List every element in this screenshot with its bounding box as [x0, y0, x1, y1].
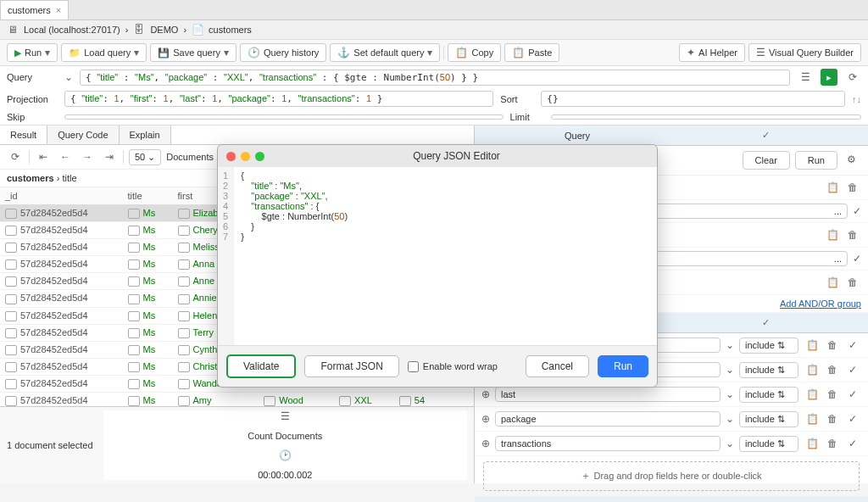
vqb-include-select[interactable]: include ⇅: [739, 387, 798, 403]
vqb-field-input[interactable]: last: [495, 387, 721, 402]
save-query-button[interactable]: 💾Save query▾: [150, 43, 236, 62]
copy-icon[interactable]: 📋: [824, 179, 841, 196]
next-page-icon[interactable]: →: [79, 148, 96, 165]
sort-label: Sort: [500, 94, 534, 104]
table-row[interactable]: 57d28452ed5d4 Ms Amy Wood XXL 54: [0, 393, 474, 406]
skip-input[interactable]: [64, 114, 504, 120]
tab-title: customers: [8, 5, 51, 15]
vqb-query-header[interactable]: Query ✓: [475, 126, 868, 146]
check-icon: ✓: [844, 410, 861, 427]
col-title[interactable]: title: [123, 187, 173, 205]
vqb-include-select[interactable]: include ⇅: [739, 337, 798, 354]
prev-page-icon[interactable]: ←: [57, 148, 74, 165]
result-tabs: Result Query Code Explain: [0, 126, 474, 145]
trash-icon[interactable]: 🗑: [844, 226, 861, 243]
copy-icon[interactable]: 📋: [804, 337, 821, 354]
query-opt2-icon[interactable]: ⟳: [844, 69, 861, 86]
server-icon: 🖥: [7, 24, 19, 36]
count-icon[interactable]: ☰: [281, 410, 290, 422]
vqb-include-select[interactable]: include ⇅: [739, 362, 798, 378]
status-selected: 1 document selected: [7, 440, 93, 450]
copy-icon[interactable]: 📋: [804, 386, 821, 403]
refresh-icon[interactable]: ⟳: [7, 148, 24, 165]
col-id[interactable]: _id: [0, 187, 123, 205]
limit-input[interactable]: [551, 114, 861, 120]
query-runicon-icon[interactable]: ▸: [821, 69, 837, 86]
modal-run-button[interactable]: Run: [598, 355, 648, 377]
enable-word-wrap-checkbox[interactable]: Enable word wrap: [408, 361, 498, 372]
vqb-include-select[interactable]: include ⇅: [739, 411, 798, 427]
count-documents[interactable]: Count Documents: [248, 431, 322, 441]
status-time: 00:00:00.002: [258, 470, 312, 480]
trash-icon[interactable]: 🗑: [824, 435, 841, 452]
vqb-dropzone[interactable]: ＋ Drag and drop fields here or double-cl…: [483, 461, 860, 491]
breadcrumb-conn[interactable]: Local (localhost:27017): [24, 25, 120, 35]
chevron-down-icon[interactable]: ⌄: [64, 71, 73, 83]
last-page-icon[interactable]: ⇥: [101, 148, 118, 165]
visual-query-builder-button[interactable]: ☰Visual Query Builder: [748, 43, 861, 62]
vqb-field-input[interactable]: transactions: [495, 436, 721, 451]
window-max-icon[interactable]: [255, 152, 264, 161]
check-icon: ✓: [853, 205, 861, 217]
tab-customers[interactable]: customers ×: [0, 0, 69, 20]
trash-icon[interactable]: 🗑: [824, 410, 841, 427]
vqb-run-button[interactable]: Run: [795, 151, 837, 170]
load-query-button[interactable]: 📁Load query▾: [61, 43, 147, 62]
query-opt1-icon[interactable]: ☰: [797, 69, 814, 86]
copy-icon[interactable]: 📋: [804, 361, 821, 378]
database-icon: 🗄: [133, 24, 145, 36]
copy-icon[interactable]: 📋: [824, 226, 841, 243]
sort-arrows-icon[interactable]: ↑↓: [852, 94, 861, 104]
window-min-icon[interactable]: [241, 152, 250, 161]
json-editor[interactable]: 1234567 { "title" : "Ms", "package" : "X…: [218, 167, 657, 345]
paste-button[interactable]: 📋Paste: [504, 43, 559, 62]
tab-query-code[interactable]: Query Code: [47, 126, 119, 144]
validate-button[interactable]: Validate: [226, 354, 296, 378]
drag-icon[interactable]: ⊕: [481, 388, 490, 400]
set-default-query-button[interactable]: ⚓Set default query▾: [330, 43, 440, 62]
copy-icon[interactable]: 📋: [804, 435, 821, 452]
trash-icon[interactable]: 🗑: [824, 361, 841, 378]
check-icon: ✓: [671, 317, 860, 328]
vqb-field-input[interactable]: package: [495, 411, 721, 427]
copy-button[interactable]: 📋Copy: [448, 43, 501, 62]
gear-icon[interactable]: ⚙: [843, 151, 860, 168]
vqb-sort-header[interactable]: Sort ✓: [475, 496, 868, 502]
trash-icon[interactable]: 🗑: [844, 179, 861, 196]
window-close-icon[interactable]: [226, 152, 236, 161]
check-icon: ✓: [671, 130, 860, 141]
trash-icon[interactable]: 🗑: [844, 274, 861, 291]
check-icon: ✓: [844, 337, 861, 354]
add-andor-group-link[interactable]: Add AND/OR group: [780, 298, 861, 309]
clock-icon: 🕑: [279, 449, 292, 461]
format-json-button[interactable]: Format JSON: [304, 355, 398, 377]
copy-icon[interactable]: 📋: [804, 410, 821, 427]
query-label: Query: [7, 72, 58, 82]
sort-input[interactable]: {}: [541, 91, 845, 107]
pagesize-select[interactable]: 50 ⌄: [129, 149, 161, 165]
check-icon: ✓: [844, 361, 861, 378]
cancel-button[interactable]: Cancel: [526, 355, 589, 377]
trash-icon[interactable]: 🗑: [824, 386, 841, 403]
query-section: Query ⌄ { "title" : "Ms", "package" : "X…: [0, 66, 868, 126]
projection-input[interactable]: { "title": 1, "first": 1, "last": 1, "pa…: [64, 91, 493, 107]
vqb-clear-button[interactable]: Clear: [743, 151, 790, 170]
limit-label: Limit: [510, 112, 544, 122]
query-json-editor-modal: Query JSON Editor 1234567 { "title" : "M…: [217, 144, 658, 388]
close-icon[interactable]: ×: [56, 5, 61, 15]
breadcrumb-db[interactable]: DEMO: [150, 25, 178, 35]
query-history-button[interactable]: 🕑Query history: [240, 43, 326, 62]
vqb-include-select[interactable]: include ⇅: [739, 436, 798, 452]
first-page-icon[interactable]: ⇤: [35, 148, 52, 165]
tab-explain[interactable]: Explain: [120, 126, 171, 144]
breadcrumb-coll[interactable]: customers: [209, 25, 252, 35]
query-input[interactable]: { "title" : "Ms", "package" : "XXL", "tr…: [80, 70, 790, 86]
drag-icon[interactable]: ⊕: [481, 438, 490, 449]
check-icon: ✓: [844, 435, 861, 452]
trash-icon[interactable]: 🗑: [824, 337, 841, 354]
tab-result[interactable]: Result: [0, 126, 47, 144]
ai-helper-button[interactable]: ✦AI Helper: [679, 43, 745, 62]
drag-icon[interactable]: ⊕: [481, 413, 490, 425]
copy-icon[interactable]: 📋: [824, 274, 841, 291]
run-button[interactable]: ▶Run▾: [7, 43, 58, 62]
